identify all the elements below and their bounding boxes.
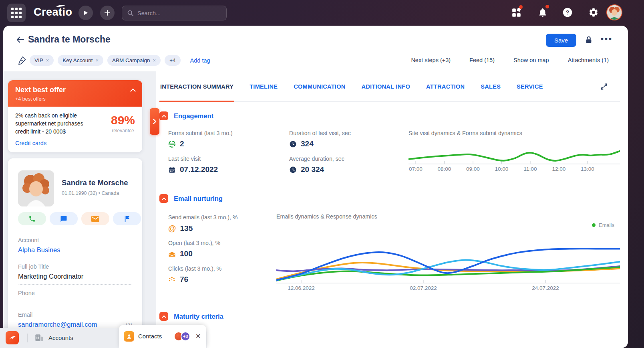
top-bar: Creatio ? (0, 0, 644, 26)
close-icon[interactable]: ✕ (195, 332, 201, 340)
metric-average-duration: Average duration, sec 20 324 (289, 156, 405, 174)
field-label: Phone (18, 290, 132, 296)
creatio-logo[interactable]: Creatio (34, 6, 72, 18)
metric-clicks: Clicks (last 3 mo.), % 76 (168, 265, 284, 284)
field-phone: Phone (18, 290, 132, 306)
chart-title: Site visit dynamics & Forms submit dynam… (409, 130, 620, 136)
metric-label: Send emails (last 3 mo.), % (168, 214, 284, 221)
collapse-section-icon[interactable] (159, 111, 168, 120)
user-avatar-photo (607, 5, 622, 20)
x-axis-tick-label: 08:00 (429, 166, 461, 172)
creatio-taskbar-logo[interactable] (6, 331, 19, 344)
phone-value[interactable] (18, 299, 132, 302)
at-icon: @ (168, 224, 176, 233)
add-tag-button[interactable]: Add tag (190, 57, 210, 64)
credit-cards-link[interactable]: Credit cards (15, 140, 46, 146)
metric-send-emails: Send emails (last 3 mo.), % @ 135 (168, 214, 284, 233)
collapse-section-icon[interactable] (159, 194, 168, 203)
collapse-panel-handle[interactable] (150, 108, 159, 135)
tag-chip-abm-campaign[interactable]: ABM Campaign× (107, 55, 161, 66)
back-arrow-icon[interactable] (16, 36, 25, 44)
attachments-link[interactable]: Attachments (1) (568, 57, 609, 63)
tag-label: Key Account (62, 57, 93, 63)
x-axis-tick-label: 02.07.2022 (407, 285, 439, 291)
save-button[interactable]: Save (546, 34, 576, 47)
tab-interaction-summary[interactable]: INTERACTION SUMMARY (160, 71, 233, 102)
tab-service[interactable]: SERVICE (517, 71, 543, 102)
offer-card-body: 2% cash back on eligible supermarket net… (8, 107, 142, 152)
tag-chip-vip[interactable]: VIP× (30, 55, 54, 66)
clock-icon (289, 166, 297, 174)
field-label: Account (18, 237, 132, 243)
app-grid-button[interactable] (7, 4, 26, 22)
more-actions-button[interactable]: ••• (601, 34, 613, 44)
email-button[interactable] (81, 212, 109, 225)
metric-label: Open (last 3 mo.), % (168, 240, 284, 246)
maturity-criteria-section-header[interactable]: Maturity criteria (159, 312, 223, 321)
site-visit-line-chart (409, 141, 620, 164)
global-search[interactable] (122, 6, 227, 20)
remove-tag-icon[interactable]: × (153, 57, 156, 63)
x-axis-tick-label: 24.07.2022 (529, 285, 561, 291)
tag-chip-key-account[interactable]: Key Account× (58, 55, 103, 66)
settings-gear-icon[interactable] (588, 7, 599, 18)
metric-label: Clicks (last 3 mo.), % (168, 265, 284, 272)
metric-value: 135 (180, 224, 193, 233)
lock-icon[interactable] (584, 36, 593, 45)
grid-icon (11, 8, 22, 18)
tab-aditional-info[interactable]: ADITIONAL INFO (362, 71, 411, 102)
legend-label: Emails (599, 222, 614, 228)
collapse-section-icon[interactable] (159, 312, 168, 321)
contact-photo[interactable] (18, 170, 54, 206)
offer-card-header[interactable]: Next best offer +4 best offers (8, 80, 142, 107)
tab-communication[interactable]: COMMUNICATION (294, 71, 345, 102)
x-axis-tick-label: 11:00 (514, 166, 546, 172)
chart-title: Emails dynamics & Response dynamics (276, 213, 620, 220)
search-input[interactable] (137, 10, 217, 16)
logo-swoosh-icon (55, 4, 66, 8)
metric-label: Average duration, sec (289, 156, 405, 162)
expand-icon[interactable] (600, 83, 608, 91)
remove-tag-icon[interactable]: × (95, 57, 99, 63)
metric-value: 76 (180, 275, 188, 284)
flag-button[interactable] (113, 212, 141, 225)
metric-value: 100 (180, 249, 193, 258)
next-steps-link[interactable]: Next steps (+3) (411, 57, 451, 63)
contact-meta: 01.01.1990 (32) • Canada (62, 190, 119, 196)
feed-link[interactable]: Feed (15) (469, 57, 495, 63)
help-icon[interactable]: ? (562, 7, 573, 18)
chevron-up-icon (162, 115, 166, 117)
x-axis-ticks: 07:0008:0009:0010:0011:0012:0013:00 (409, 166, 620, 174)
tab-timeline[interactable]: TIMELINE (250, 71, 278, 102)
remove-tag-icon[interactable]: × (46, 57, 49, 63)
tag-overflow-chip[interactable]: +4 (165, 55, 180, 66)
play-button[interactable] (78, 6, 93, 20)
x-axis-tick-label: 13:00 (572, 166, 604, 172)
link-icon (168, 140, 176, 148)
user-avatar[interactable] (606, 4, 622, 20)
add-button[interactable] (100, 6, 115, 20)
email-nurturing-section-header[interactable]: Email nurturing (159, 194, 223, 203)
site-visit-chart: Site visit dynamics & Forms submit dynam… (409, 130, 620, 174)
tab-attraction[interactable]: ATTRACTION (426, 71, 465, 102)
clock-icon (289, 140, 297, 148)
creatio-swoosh-icon (8, 335, 16, 341)
account-link[interactable]: Alpha Busines (18, 246, 132, 254)
call-button[interactable] (18, 212, 46, 225)
chevron-up-icon (162, 315, 166, 318)
next-best-offer-card: Next best offer +4 best offers 2% cash b… (8, 80, 142, 152)
marketplace-apps-icon[interactable] (511, 8, 522, 18)
field-label: Full job Title (18, 263, 132, 270)
chat-button[interactable] (50, 212, 78, 225)
taskbar-item-accounts[interactable]: Accounts (34, 333, 73, 342)
email-link[interactable]: sandramorche@gmail.com (18, 321, 132, 329)
show-on-map-link[interactable]: Show on map (513, 57, 549, 63)
chevron-up-icon[interactable] (130, 88, 136, 92)
page-title: Sandra te Morsche (28, 34, 111, 45)
taskbar-item-label: Accounts (48, 334, 73, 341)
engagement-section-header[interactable]: Engagement (159, 111, 213, 120)
notifications-bell-icon[interactable] (537, 7, 548, 18)
clicks-dots-icon (168, 276, 176, 283)
tab-sales[interactable]: SALES (481, 71, 501, 102)
taskbar-item-contacts-active[interactable]: Contacts +3 ✕ (119, 325, 206, 348)
